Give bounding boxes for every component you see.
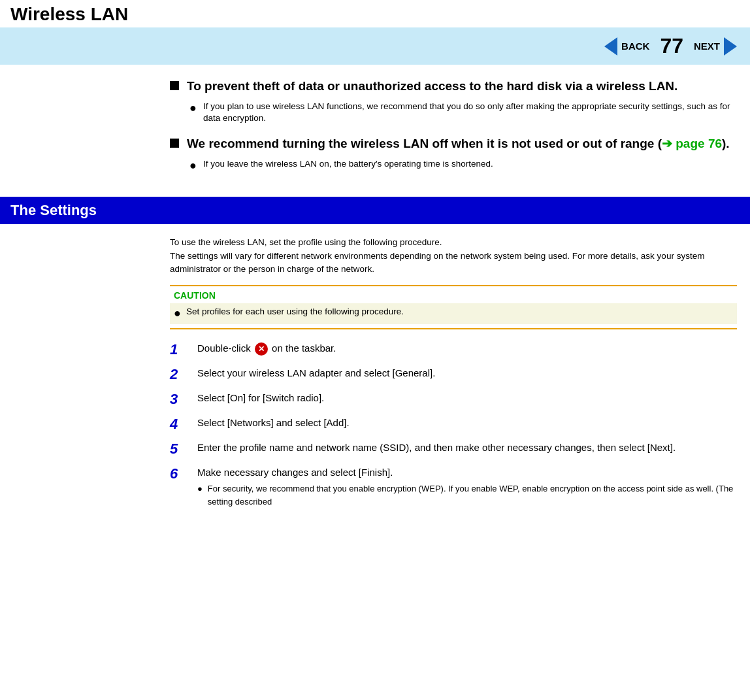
back-label: BACK bbox=[621, 41, 649, 52]
bullet-circle-icon-2: ● bbox=[189, 158, 197, 173]
step-number-2: 2 bbox=[170, 366, 186, 383]
bullet2-link[interactable]: ➔ page 76 bbox=[662, 137, 722, 150]
bullet-large-text-1: To prevent theft of data or unauthorized… bbox=[187, 78, 677, 95]
main-content: To prevent theft of data or unauthorized… bbox=[0, 65, 750, 197]
step-row-3: 3Select [On] for [Switch radio]. bbox=[170, 391, 737, 408]
step-row-4: 4Select [Networks] and select [Add]. bbox=[170, 416, 737, 433]
page-title: Wireless LAN bbox=[0, 0, 750, 27]
bullet-square-icon-1 bbox=[170, 81, 179, 90]
step-text-4: Select [Networks] and select [Add]. bbox=[197, 416, 350, 431]
next-label: NEXT bbox=[694, 41, 720, 52]
step-sub-6: ● For security, we recommend that you en… bbox=[197, 482, 737, 508]
bullet-section-2: We recommend turning the wireless LAN of… bbox=[170, 135, 737, 173]
bullet2-text-before: We recommend turning the wireless LAN of… bbox=[187, 137, 662, 150]
step-number-1: 1 bbox=[170, 341, 186, 358]
step-sub-item-6: ● For security, we recommend that you en… bbox=[197, 482, 737, 508]
page-number: 77 bbox=[660, 34, 683, 58]
step-row-1: 1Double-click on the taskbar. bbox=[170, 341, 737, 358]
bullet-square-icon-2 bbox=[170, 139, 179, 148]
taskbar-icon bbox=[255, 342, 268, 356]
step-sub-text-6: For security, we recommend that you enab… bbox=[208, 482, 737, 508]
steps-list: 1Double-click on the taskbar.2Select you… bbox=[170, 341, 737, 508]
step-row-6: 6Make necessary changes and select [Fini… bbox=[170, 465, 737, 508]
step-row-2: 2Select your wireless LAN adapter and se… bbox=[170, 366, 737, 383]
bullet-item-large-1: To prevent theft of data or unauthorized… bbox=[170, 78, 737, 95]
settings-intro-text: To use the wireless LAN, set the profile… bbox=[170, 236, 737, 276]
bullet-large-text-2: We recommend turning the wireless LAN of… bbox=[187, 135, 730, 153]
settings-section-header: The Settings bbox=[0, 197, 750, 224]
step-text-1: Double-click on the taskbar. bbox=[197, 341, 336, 356]
caution-box: CAUTION ● Set profiles for each user usi… bbox=[170, 285, 737, 329]
step-sub-bullet-6: ● bbox=[197, 482, 203, 495]
step-text-2: Select your wireless LAN adapter and sel… bbox=[197, 366, 435, 381]
step-text-3: Select [On] for [Switch radio]. bbox=[197, 391, 324, 406]
caution-bullet-icon: ● bbox=[174, 306, 181, 321]
caution-item: ● Set profiles for each user using the f… bbox=[170, 303, 737, 324]
step-number-3: 3 bbox=[170, 391, 186, 408]
bullet-circle-icon-1: ● bbox=[189, 101, 197, 116]
bullet-circle-text-1: If you plan to use wireless LAN function… bbox=[203, 101, 737, 125]
bullet-circle-item-2: ● If you leave the wireless LAN on, the … bbox=[189, 158, 737, 173]
caution-label: CAUTION bbox=[174, 290, 737, 301]
step-number-4: 4 bbox=[170, 416, 186, 433]
bullet-circle-text-2: If you leave the wireless LAN on, the ba… bbox=[203, 158, 493, 171]
bullet2-text-after: ). bbox=[722, 137, 730, 150]
next-button[interactable]: NEXT bbox=[694, 37, 737, 56]
bullet-circle-item-1: ● If you plan to use wireless LAN functi… bbox=[189, 101, 737, 125]
step-number-5: 5 bbox=[170, 441, 186, 458]
back-arrow-icon bbox=[604, 37, 617, 56]
step-text-6: Make necessary changes and select [Finis… bbox=[197, 465, 737, 508]
navigation-bar: BACK 77 NEXT bbox=[0, 27, 750, 65]
settings-content: To use the wireless LAN, set the profile… bbox=[0, 224, 750, 527]
caution-text: Set profiles for each user using the fol… bbox=[186, 306, 404, 318]
next-arrow-icon bbox=[724, 37, 737, 56]
step-row-5: 5Enter the profile name and network name… bbox=[170, 441, 737, 458]
bullet-section-1: To prevent theft of data or unauthorized… bbox=[170, 78, 737, 125]
back-button[interactable]: BACK bbox=[604, 37, 649, 56]
step-number-6: 6 bbox=[170, 465, 186, 482]
bullet-item-large-2: We recommend turning the wireless LAN of… bbox=[170, 135, 737, 153]
step-text-5: Enter the profile name and network name … bbox=[197, 441, 676, 456]
